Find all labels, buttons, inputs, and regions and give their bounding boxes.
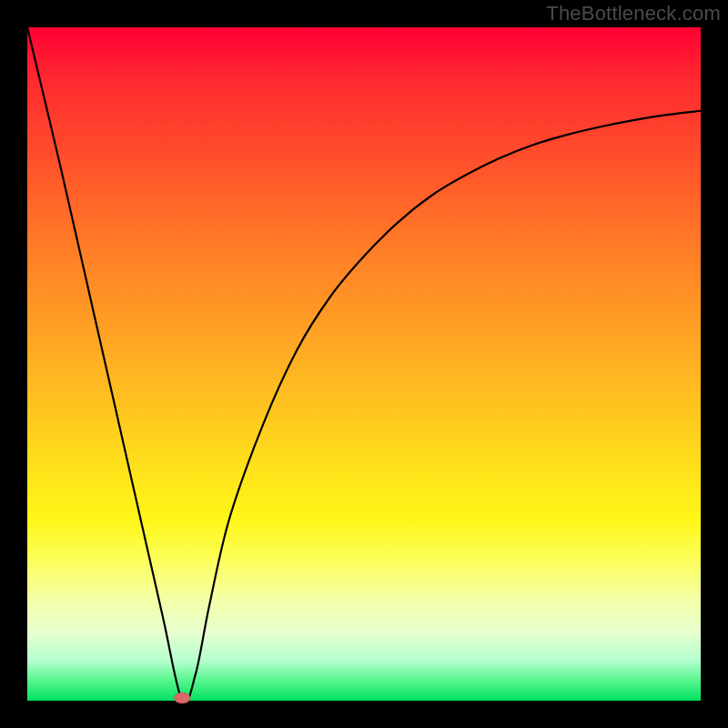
chart-container: TheBottleneck.com — [0, 0, 728, 728]
watermark-text: TheBottleneck.com — [546, 2, 721, 25]
curve-svg — [27, 27, 701, 701]
minimum-marker — [174, 693, 190, 703]
plot-area — [27, 27, 701, 701]
bottleneck-curve — [27, 27, 701, 703]
